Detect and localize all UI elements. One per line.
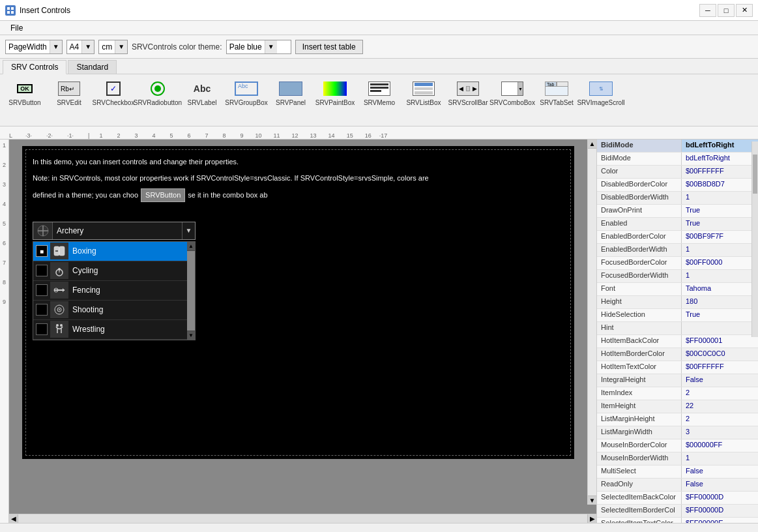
prop-row[interactable]: IntegralHeightFalse xyxy=(597,374,758,387)
srvmemo-label: SRVMemo xyxy=(364,99,395,106)
close-button[interactable]: ✕ xyxy=(736,4,753,17)
scroll-thumb[interactable] xyxy=(588,149,596,495)
prop-row[interactable]: Hint xyxy=(597,322,758,335)
prop-row[interactable]: HideSelectionTrue xyxy=(597,309,758,322)
control-srvlistbox[interactable]: SRVListBox xyxy=(403,77,445,108)
list-item-boxing[interactable]: ■ Boxing xyxy=(33,242,195,261)
prop-row[interactable]: EnabledTrue xyxy=(597,218,758,231)
prop-row[interactable]: ItemIndex2 xyxy=(597,387,758,400)
prop-row[interactable]: ListMarginWidth3 xyxy=(597,426,758,439)
control-srvscrollbar[interactable]: ◀ ▶ SRVScrollBar xyxy=(447,77,489,108)
prop-row[interactable]: FocusedBorderWidth1 xyxy=(597,270,758,283)
control-srvradiobutton[interactable]: SRVRadiobutton xyxy=(137,77,179,108)
control-srvgroupbox[interactable]: Abc SRVGroupBox xyxy=(226,77,267,108)
prop-row[interactable]: MouseInBorderColor$000000FF xyxy=(597,439,758,452)
control-srvbutton[interactable]: OK SRVButton xyxy=(4,77,46,108)
prop-row[interactable]: Height180 xyxy=(597,296,758,309)
control-srvlabel[interactable]: Abc SRVLabel xyxy=(181,77,223,108)
prop-row[interactable]: HotItemTextColor$00FFFFFF xyxy=(597,361,758,374)
prop-row[interactable]: EnabledBorderWidth1 xyxy=(597,244,758,257)
theme-arrow[interactable]: ▼ xyxy=(265,40,277,53)
prop-value: 2 xyxy=(682,387,758,400)
cycling-text: Cycling xyxy=(72,266,98,275)
prop-name: EnabledBorderWidth xyxy=(597,244,682,256)
prop-row[interactable]: Color$00FFFFFF xyxy=(597,166,758,179)
unit-select[interactable]: cm ▼ xyxy=(98,40,128,54)
paper-arrow[interactable]: ▼ xyxy=(81,40,94,53)
shooting-checkbox[interactable] xyxy=(36,304,48,316)
prop-row[interactable]: MultiSelectFalse xyxy=(597,466,758,479)
fencing-checkbox[interactable] xyxy=(36,284,48,296)
scroll-up-button[interactable]: ▲ xyxy=(588,140,596,149)
prop-value: 1 xyxy=(682,452,758,465)
control-srvimagescroll[interactable]: ⇅ SRVImageScroll xyxy=(580,77,622,108)
scroll-right-button[interactable]: ▶ xyxy=(587,514,596,524)
prop-row[interactable]: FontTahoma xyxy=(597,283,758,296)
prop-name: DisabledBorderColor xyxy=(597,179,682,191)
paper-size-select[interactable]: A4 ▼ xyxy=(66,40,95,54)
archery-combo[interactable]: Archery ▼ xyxy=(33,222,196,240)
control-srvpaintbox[interactable]: SRVPaintBox xyxy=(314,77,356,108)
maximize-button[interactable]: □ xyxy=(718,4,735,17)
prop-row[interactable]: SelectedItemBackColor$FF00000D xyxy=(597,492,758,505)
srvcombobox-icon: ▼ xyxy=(499,78,526,99)
prop-value: 22 xyxy=(682,400,758,413)
list-scrollbar[interactable]: ▲ ▼ xyxy=(187,242,195,340)
prop-row[interactable]: HotItemBorderColor$00C0C0C0 xyxy=(597,348,758,361)
list-item-fencing[interactable]: Fencing xyxy=(33,281,195,301)
prop-row[interactable]: DisabledBorderColor$00B8D8D7 xyxy=(597,179,758,192)
control-srvpanel[interactable]: SRVPanel xyxy=(270,77,312,108)
cycling-checkbox[interactable] xyxy=(36,265,48,276)
pagewidth-select[interactable]: PageWidth ▼ xyxy=(5,40,63,54)
list-scroll-up[interactable]: ▲ xyxy=(187,242,195,251)
list-item-shooting[interactable]: Shooting xyxy=(33,301,195,320)
props-scrollbar[interactable] xyxy=(751,141,758,337)
prop-row[interactable]: DisabledBorderWidth1 xyxy=(597,192,758,205)
prop-row[interactable]: MouseInBorderWidth1 xyxy=(597,452,758,466)
control-srvmemo[interactable]: SRVMemo xyxy=(358,77,400,108)
srvcheckbox-label: SRVCheckbox xyxy=(93,99,135,106)
wrestling-checkbox[interactable] xyxy=(36,323,48,335)
control-srvedit[interactable]: Rb↵ SRVEdit xyxy=(48,77,90,108)
tab-standard[interactable]: Standard xyxy=(68,60,117,74)
shooting-icon xyxy=(50,301,68,318)
prop-row[interactable]: FocusedBorderColor$00FF0000 xyxy=(597,257,758,270)
canvas-scrollbar-horizontal[interactable]: ◀ ▶ xyxy=(9,514,596,523)
prop-row[interactable]: SelectedItemTextColor$FF00000E xyxy=(597,518,758,523)
tab-srv-controls[interactable]: SRV Controls xyxy=(3,60,66,74)
list-item-wrestling[interactable]: Wrestling xyxy=(33,320,195,340)
prop-row[interactable]: ItemHeight22 xyxy=(597,400,758,413)
scroll-left-button[interactable]: ◀ xyxy=(9,514,18,524)
control-srvcheckbox[interactable]: ✓ SRVCheckbox xyxy=(93,77,134,108)
unit-arrow[interactable]: ▼ xyxy=(115,40,127,53)
prop-row[interactable]: ReadOnlyFalse xyxy=(597,479,758,492)
prop-name: Hint xyxy=(597,322,682,334)
minimize-button[interactable]: ─ xyxy=(699,4,716,17)
prop-row[interactable]: BidiModebdLeftToRight xyxy=(597,153,758,166)
canvas-scrollbar-vertical[interactable]: ▲ ▼ xyxy=(587,140,596,505)
control-srvcombobox[interactable]: ▼ SRVComboBox xyxy=(491,77,533,108)
wrestling-icon xyxy=(50,321,68,338)
prop-row[interactable]: SelectedItemBorderCol$FF00000D xyxy=(597,505,758,518)
menu-file[interactable]: File xyxy=(5,22,28,34)
list-scroll-thumb[interactable] xyxy=(187,251,195,331)
combo-dropdown-arrow[interactable]: ▼ xyxy=(182,222,195,239)
canvas-area[interactable]: ▲ ▼ In this demo, you can insert control… xyxy=(9,140,596,523)
insert-test-table-button[interactable]: Insert test table xyxy=(295,40,363,54)
control-srvtabset[interactable]: Tab SRVTabSet xyxy=(536,77,577,108)
prop-row[interactable]: DrawOnPrintTrue xyxy=(597,205,758,218)
boxing-checkbox[interactable]: ■ xyxy=(36,245,48,257)
theme-select[interactable]: Pale blue ▼ xyxy=(226,40,291,54)
list-scroll-down[interactable]: ▼ xyxy=(187,331,195,340)
prop-row[interactable]: HotItemBackColor$FF000001 xyxy=(597,335,758,348)
prop-name: MouseInBorderWidth xyxy=(597,452,682,465)
list-item-cycling[interactable]: Cycling xyxy=(33,261,195,281)
pagewidth-arrow[interactable]: ▼ xyxy=(50,40,62,53)
props-scroll-thumb[interactable] xyxy=(753,155,757,194)
prop-row[interactable]: EnabledBorderColor$00BF9F7F xyxy=(597,231,758,244)
combo-demo-section: Archery ▼ ▲ ▼ xyxy=(33,222,564,240)
prop-row[interactable]: ListMarginHeight2 xyxy=(597,413,758,426)
ruler-vertical: 123456789 xyxy=(0,140,9,523)
srvgroupbox-icon: Abc xyxy=(233,78,260,99)
scroll-down-button[interactable]: ▼ xyxy=(588,495,596,505)
